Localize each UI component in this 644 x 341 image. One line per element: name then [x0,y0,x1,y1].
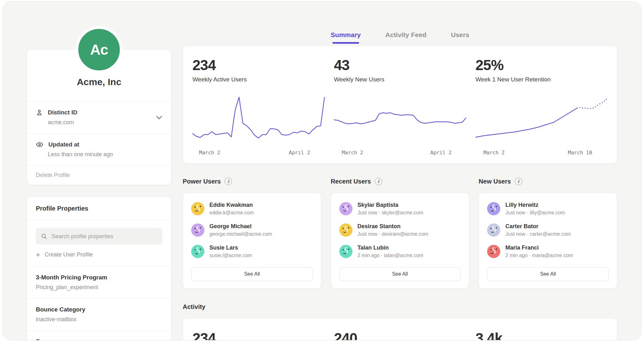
doodle-face-icon [339,245,353,258]
see-all-button[interactable]: See All [191,267,313,281]
activity-stat-2: 240 [334,330,466,340]
doodle-face-icon [191,223,204,237]
tab-users[interactable]: Users [451,31,469,44]
user-subtext: 2 min ago · maria@acme.com [505,253,573,258]
user-avatar [191,202,204,215]
chart-x-axis: March 2April 2 [192,148,325,157]
x-tick-label: March 2 [342,150,363,156]
create-user-profile-label: Create User Profile [45,251,93,258]
delete-profile-button[interactable]: Delete Profile [27,166,171,185]
user-name: Skylar Baptista [358,202,423,208]
user-subtext: george.michael@acme.com [209,231,272,237]
weekly-active-users-chart [192,94,325,144]
search-icon [41,233,47,239]
doodle-face-icon [487,223,500,237]
property-label: 3-Month Pricing Program [36,274,162,281]
updated-at-row: Updated at Less than one minute ago [27,134,171,165]
user-avatar [191,223,204,237]
user-subtext: susie.l@acme.com [209,253,252,258]
doodle-face-icon [487,245,500,258]
user-avatar [339,245,353,258]
chart-x-axis: March 2March 10 [475,148,608,157]
property-label: Bounce Category [36,306,162,313]
retention-chart [475,94,608,144]
user-row[interactable]: Talan Lubin 2 min ago · talan@acme.com [339,245,461,258]
weekly-active-users-value: 234 [192,57,325,74]
weekly-new-users-chart [334,94,466,144]
user-name: Desirae Stanton [358,223,428,230]
eye-icon [36,141,43,148]
user-row[interactable]: Lilly Herwitz Just now · lilly@acme.com [487,202,609,216]
user-row[interactable]: Maria Franci 2 min ago · maria@acme.com [487,245,609,258]
x-tick-label: March 10 [568,150,592,156]
info-icon[interactable]: i [375,178,382,185]
info-icon[interactable]: i [225,178,232,185]
weekly-new-users-value: 43 [334,57,466,74]
retention-label: Week 1 New User Retention [475,76,608,83]
tab-activity-feed[interactable]: Activity Feed [385,31,426,44]
distinct-id-label: Distinct ID [48,109,77,116]
user-name: Maria Franci [505,245,573,251]
recent-users-card: Skylar Baptista Just now · skyler@acme.c… [331,193,469,289]
property-row[interactable]: Browser Chrome [27,331,171,340]
activity-stat-3: 3.4k [475,330,608,340]
user-row[interactable]: George Michael george.michael@acme.com [191,223,313,237]
info-icon[interactable]: i [515,178,522,185]
activity-stats-card: 234 240 3.4k [183,318,617,340]
user-avatar [339,223,353,237]
profile-properties-card: Profile Properties + Create User Profile… [27,196,171,340]
x-tick-label: April 2 [430,150,452,156]
main-content: Summary Activity Feed Users 234 Weekly A… [183,2,617,340]
weekly-active-users-label: Weekly Active Users [192,76,325,83]
property-row[interactable]: 3-Month Pricing Program Pricing_plan_exp… [27,267,171,298]
plus-icon: + [36,252,40,258]
see-all-button[interactable]: See All [487,267,609,281]
property-value: inactive-mailbox [36,316,162,323]
user-avatar [487,245,500,258]
user-subtext: Just now · desirare@acme.com [358,231,428,237]
doodle-face-icon [339,202,353,215]
recent-users-header: Recent Users i [331,178,469,185]
recent-users-title: Recent Users [331,178,371,185]
user-section-headers: Power Users i Recent Users i New Users i [183,178,617,185]
weekly-new-users-label: Weekly New Users [334,76,466,83]
search-profile-properties[interactable] [36,228,162,245]
user-name: Carter Bator [505,223,571,230]
user-subtext: Just now · carter@acme.com [505,231,571,237]
updated-at-label: Updated at [48,141,79,148]
tab-summary[interactable]: Summary [331,31,361,44]
user-row[interactable]: Carter Bator Just now · carter@acme.com [487,223,609,237]
app-window: Ac Acme, Inc Distinct ID acme.com [3,1,641,340]
weekly-new-users-column: 43 Weekly New Users March 2April 2 [334,57,466,157]
power-users-card: Eddie Kwakman eddie.k@acme.com [183,193,321,289]
divider [27,220,171,221]
user-row[interactable]: Eddie Kwakman eddie.k@acme.com [191,202,313,216]
user-row[interactable]: Desirae Stanton Just now · desirare@acme… [339,223,461,237]
new-users-card: Lilly Herwitz Just now · lilly@acme.com [479,193,617,289]
activity-section-title: Activity [183,303,617,311]
user-subtext: Just now · skyler@acme.com [358,210,423,216]
search-input[interactable] [51,233,157,240]
tab-bar: Summary Activity Feed Users [183,31,617,44]
x-tick-label: March 2 [483,150,504,156]
x-tick-label: April 2 [289,150,310,156]
user-avatar [191,245,204,258]
distinct-id-row: Distinct ID acme.com [27,102,171,133]
create-user-profile-button[interactable]: + Create User Profile [27,245,171,266]
activity-stat-1: 234 [192,330,325,340]
user-name: Lilly Herwitz [505,202,565,208]
user-lists: Eddie Kwakman eddie.k@acme.com [183,193,617,289]
user-name: Talan Lubin [358,245,423,251]
property-row[interactable]: Bounce Category inactive-mailbox [27,299,171,330]
chevron-down-icon[interactable] [156,116,162,119]
property-label: Browser [36,338,162,340]
user-row[interactable]: Skylar Baptista Just now · skyler@acme.c… [339,202,461,216]
company-avatar: Ac [75,26,123,73]
see-all-button[interactable]: See All [339,267,461,281]
user-avatar [339,202,353,215]
doodle-face-icon [339,223,353,237]
screen: Ac Acme, Inc Distinct ID acme.com [0,0,644,341]
retention-column: 25% Week 1 New User Retention March 2Mar… [475,57,608,157]
user-row[interactable]: Susie Lars susie.l@acme.com [191,245,313,258]
x-tick-label: March 2 [199,150,220,156]
